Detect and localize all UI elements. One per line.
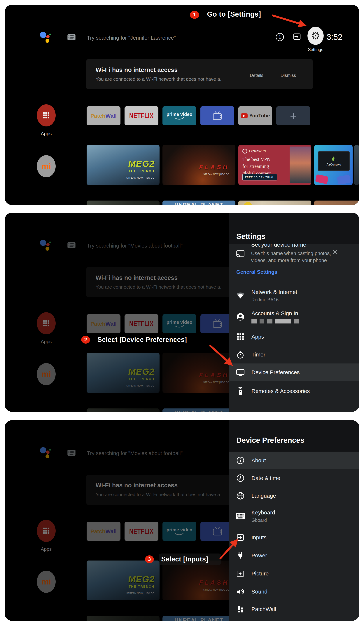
step-badge-1: 1 (190, 11, 199, 19)
info-icon (236, 456, 245, 465)
banner-flash[interactable]: FLASH STREAM NOW | HBO GO (162, 145, 236, 185)
devpref-item-label: Date & time (252, 475, 280, 481)
power-plug-icon (236, 551, 245, 560)
sidebar-title: Device Preferences (236, 436, 304, 445)
airconsole-leaf-icon (331, 156, 336, 162)
devpref-item-sound[interactable]: Sound (229, 583, 359, 601)
devpref-item-label: PatchWall (252, 606, 276, 612)
airconsole-label: AirConsole (327, 163, 341, 166)
settings-gear-label: Settings (301, 47, 330, 52)
settings-item-label: Network & Internet (252, 289, 297, 295)
picture-icon (236, 569, 245, 578)
expressvpn-logo-icon (242, 149, 247, 154)
wifi-dismiss-button[interactable]: Dismiss (279, 73, 297, 78)
devpref-item-power[interactable]: Power (229, 547, 359, 564)
devpref-item-keyboard[interactable]: Keyboard Gboard (229, 505, 359, 528)
gamepad-pink (315, 174, 328, 184)
inputs-header-icon[interactable] (293, 32, 301, 41)
app-tile-add[interactable]: + (276, 106, 310, 125)
settings-item-remotes[interactable]: Remotes & Accessories (229, 382, 359, 400)
clock-icon (236, 474, 245, 483)
apps-row-label: Apps (34, 131, 58, 136)
wifi-notification-card: Wi-Fi has no internet access You are con… (86, 59, 313, 89)
app-tile-netflix[interactable]: NETFLIX (125, 106, 158, 125)
banner-airconsole[interactable]: AirConsole (314, 145, 353, 185)
step-label-1: Go to [Settings] (207, 10, 261, 18)
apps-grid-icon (42, 111, 50, 120)
settings-item-sub: Redmi_BA16 (252, 297, 297, 302)
cast-icon (236, 249, 245, 258)
remote-icon (236, 387, 245, 396)
settings-item-label: Apps (252, 334, 264, 340)
sidebar-header: Device Preferences (229, 420, 359, 452)
monitor-icon (236, 368, 245, 377)
devpref-item-label: About (252, 457, 266, 464)
devpref-item-language[interactable]: Language (229, 487, 359, 505)
devpref-item-sub: Gboard (252, 518, 275, 523)
assistant-yellow-dot (45, 39, 49, 43)
wifi-details-button[interactable]: Details (249, 73, 264, 78)
devpref-item-patchwall[interactable]: PatchWall (229, 600, 359, 618)
keyboard-search-icon[interactable] (67, 34, 76, 41)
devpref-item-label: Power (252, 552, 267, 559)
device-name-card-desc: Use this name when casting photos, video… (251, 250, 331, 264)
settings-item-apps[interactable]: Apps (229, 328, 359, 346)
banner-meg2[interactable]: MEG2 THE TRENCH STREAM NOW | HBO GO (86, 145, 160, 185)
mi-logo: mi (42, 162, 51, 171)
assistant-blue-dot (40, 32, 46, 38)
app-tile-youtube[interactable]: YouTube (238, 106, 272, 125)
banner-expressvpn[interactable]: ExpressVPN The best VPN for streaming gl… (238, 145, 311, 185)
devpref-item-date-time[interactable]: Date & time (229, 469, 359, 487)
row3-tile-unreal-planet[interactable]: UNREAL PLANET (162, 200, 236, 205)
wifi-icon (236, 291, 245, 300)
settings-item-device-preferences[interactable]: Device Preferences (229, 363, 359, 381)
devpref-item-label: Picture (252, 571, 269, 577)
amazon-smile-icon (174, 117, 184, 120)
app-tile-mi-tv[interactable] (200, 106, 234, 125)
row3-tile-3[interactable] (238, 200, 311, 205)
mi-channel-button[interactable]: mi (37, 155, 56, 177)
app-tile-prime-video[interactable]: prime video (162, 106, 196, 125)
apps-button[interactable] (37, 104, 56, 126)
flash-title: FLASH (199, 163, 229, 171)
general-settings-header: General Settings (236, 269, 278, 275)
screenshot-step-3: Try searching for "Movies about football… (5, 420, 359, 621)
notification-count-icon[interactable]: 1 (276, 33, 284, 41)
settings-item-label: Device Preferences (252, 369, 300, 376)
retro-tv-icon (212, 111, 223, 121)
vpn-headline: The best VPN for streaming global conten… (242, 156, 271, 177)
google-assistant-icon[interactable] (40, 31, 51, 44)
unreal-planet-title: UNREAL PLANET (162, 202, 236, 205)
screenshot-step-2: Try searching for "Movies about football… (5, 213, 359, 412)
vpn-cta-button[interactable]: FREE 30-DAY TRIAL (242, 174, 277, 180)
settings-item-timer[interactable]: Timer (229, 346, 359, 363)
close-icon[interactable]: ✕ (331, 248, 339, 256)
settings-item-label: Accounts & Sign In (252, 310, 299, 316)
globe-icon (236, 491, 245, 500)
meg2-title: MEG2 (128, 159, 155, 169)
devpref-item-picture[interactable]: Picture (229, 565, 359, 582)
settings-item-accounts[interactable]: Accounts & Sign In (229, 306, 359, 328)
timer-icon (236, 350, 245, 359)
devpref-item-about[interactable]: About (229, 452, 359, 469)
row3-tile-1[interactable] (86, 200, 160, 205)
devpref-item-inputs[interactable]: Inputs (229, 529, 359, 546)
patchwall-icon (236, 605, 245, 614)
step-label-2: Select [Device Preferences] (97, 336, 187, 344)
devpref-item-label: Keyboard (252, 510, 275, 516)
redacted-account-name (252, 319, 299, 323)
screenshot-step-1: Try searching for "Jennifer Lawrence" 1 … (5, 5, 359, 205)
row3-tile-4[interactable] (314, 200, 359, 205)
home-screen-1: Try searching for "Jennifer Lawrence" 1 … (5, 5, 359, 205)
banner-partial-edge (354, 145, 359, 185)
assistant-red-dot (46, 35, 50, 38)
app-tile-patchwall[interactable]: PatchWall (86, 106, 121, 125)
notification-count: 1 (279, 35, 281, 40)
flash-tag: STREAM NOW | HBO GO (203, 173, 229, 176)
gear-icon: ⚙ (311, 31, 320, 41)
settings-item-network[interactable]: Network & Internet Redmi_BA16 (229, 285, 359, 307)
search-hint[interactable]: Try searching for "Jennifer Lawrence" (87, 35, 176, 41)
settings-gear-button[interactable]: ⚙ (307, 27, 324, 45)
wifi-card-subtitle: You are connected to a Wi-Fi network tha… (96, 76, 223, 82)
keyboard-icon (236, 512, 245, 520)
